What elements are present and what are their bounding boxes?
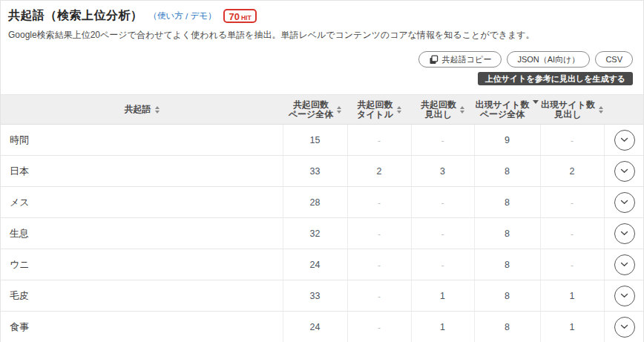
expand-row-button[interactable] bbox=[614, 317, 635, 338]
expand-row-button[interactable] bbox=[614, 192, 635, 213]
table-row: ウニ24--8- bbox=[1, 249, 644, 280]
expand-cell bbox=[604, 187, 644, 218]
expand-cell bbox=[604, 249, 644, 280]
copy-button-label: 共起語コピー bbox=[442, 54, 492, 65]
chevron-down-icon bbox=[620, 293, 628, 298]
table-row: 毛皮33-181 bbox=[1, 280, 644, 312]
column-header-label: 出現サイト数ページ全体 bbox=[476, 100, 530, 119]
table-row: 食事24-181 bbox=[1, 312, 644, 342]
column-header-expand bbox=[604, 95, 644, 125]
count-title: - bbox=[347, 280, 411, 312]
usage-link[interactable]: 使い方 bbox=[157, 10, 183, 22]
count-page-total: 33 bbox=[283, 156, 347, 187]
copy-icon bbox=[429, 55, 438, 65]
expand-row-button[interactable] bbox=[614, 286, 635, 306]
demo-link[interactable]: デモ bbox=[190, 10, 208, 22]
sites-heading: - bbox=[540, 249, 604, 280]
expand-cell bbox=[604, 218, 644, 249]
hit-count-unit: HIT bbox=[241, 12, 252, 24]
column-header-label: 出現サイト数見出し bbox=[541, 100, 595, 119]
expand-cell bbox=[604, 156, 644, 187]
count-title: - bbox=[347, 187, 411, 218]
column-header-word[interactable]: 共起語 bbox=[1, 95, 283, 125]
sort-both-icon bbox=[337, 106, 341, 114]
table-header: 共起語共起回数ページ全体共起回数タイトル共起回数見出し出現サイト数ページ全体出現… bbox=[1, 95, 644, 125]
generate-button-label: 上位サイトを参考に見出しを生成する bbox=[485, 73, 625, 85]
cooccurrence-table-wrap: 共起語共起回数ページ全体共起回数タイトル共起回数見出し出現サイト数ページ全体出現… bbox=[1, 94, 643, 342]
export-buttons-row: 共起語コピー JSON（AI向け） CSV bbox=[418, 51, 633, 68]
header-row: 共起語共起回数ページ全体共起回数タイトル共起回数見出し出現サイト数ページ全体出現… bbox=[1, 95, 644, 125]
page-title: 共起語（検索上位分析） bbox=[8, 8, 143, 24]
copy-cooccurrence-button[interactable]: 共起語コピー bbox=[418, 51, 502, 68]
count-page-total: 33 bbox=[283, 280, 347, 312]
panel-header: 共起語（検索上位分析） （使い方 / デモ） 70 HIT Google検索結果… bbox=[1, 1, 643, 85]
sort-both-icon bbox=[599, 106, 603, 114]
cooccurrence-word: 時間 bbox=[1, 125, 283, 156]
sort-both-icon bbox=[155, 106, 160, 114]
cooccurrence-word: 毛皮 bbox=[1, 280, 283, 312]
title-row: 共起語（検索上位分析） （使い方 / デモ） 70 HIT bbox=[8, 8, 634, 24]
sites-heading: - bbox=[540, 187, 604, 218]
cooccurrence-table: 共起語共起回数ページ全体共起回数タイトル共起回数見出し出現サイト数ページ全体出現… bbox=[1, 94, 644, 342]
toolbar: 共起語コピー JSON（AI向け） CSV 上位サイトを参考に見出しを生成する bbox=[8, 51, 634, 85]
cooccurrence-word: 生息 bbox=[1, 218, 283, 249]
table-row: 時間15--9- bbox=[1, 125, 644, 156]
json-export-button[interactable]: JSON（AI向け） bbox=[507, 51, 590, 68]
sort-both-icon bbox=[397, 106, 401, 114]
expand-cell bbox=[604, 312, 644, 342]
sites-page-total: 8 bbox=[474, 249, 540, 280]
table-row: メス28--8- bbox=[1, 187, 644, 218]
cooccurrence-word: ウニ bbox=[1, 249, 283, 280]
count-title: - bbox=[347, 218, 411, 249]
count-title: - bbox=[347, 312, 411, 342]
column-header-sites-heading[interactable]: 出現サイト数見出し bbox=[540, 95, 604, 125]
column-header-label: 共起回数タイトル bbox=[357, 100, 393, 119]
sort-both-icon bbox=[460, 106, 464, 114]
expand-row-button[interactable] bbox=[614, 161, 635, 182]
sort-desc-icon bbox=[533, 105, 539, 114]
json-button-label: JSON（AI向け） bbox=[517, 54, 579, 65]
cooccurrence-word: 日本 bbox=[1, 156, 283, 187]
hit-count-badge: 70 HIT bbox=[223, 9, 256, 23]
expand-row-button[interactable] bbox=[614, 130, 635, 151]
chevron-down-icon bbox=[620, 168, 628, 174]
paren-close: ） bbox=[208, 10, 217, 22]
chevron-down-icon bbox=[620, 200, 628, 205]
column-header-label: 共起語 bbox=[125, 105, 151, 114]
expand-row-button[interactable] bbox=[614, 223, 635, 244]
column-header-count-page[interactable]: 共起回数ページ全体 bbox=[283, 95, 347, 125]
sites-page-total: 8 bbox=[474, 187, 540, 218]
count-heading: 3 bbox=[411, 156, 474, 187]
link-separator: / bbox=[183, 12, 191, 21]
chevron-down-icon bbox=[620, 231, 628, 236]
table-body: 時間15--9-日本332382メス28--8-生息32--8-ウニ24--8-… bbox=[1, 125, 644, 342]
count-page-total: 15 bbox=[283, 125, 347, 156]
count-page-total: 24 bbox=[283, 249, 347, 280]
csv-export-button[interactable]: CSV bbox=[595, 51, 633, 68]
page-description: Google検索結果上位20ページで合わせてよく使われる単語を抽出。単語レベルで… bbox=[8, 29, 634, 42]
expand-cell bbox=[604, 125, 644, 156]
sites-heading: - bbox=[540, 218, 604, 249]
column-header-count-heading[interactable]: 共起回数見出し bbox=[411, 95, 474, 125]
column-header-sites-page[interactable]: 出現サイト数ページ全体 bbox=[474, 95, 540, 125]
sites-page-total: 9 bbox=[474, 125, 540, 156]
count-heading: 1 bbox=[411, 280, 474, 312]
column-header-label: 共起回数ページ全体 bbox=[289, 100, 334, 119]
chevron-down-icon bbox=[620, 324, 628, 329]
count-page-total: 32 bbox=[283, 218, 347, 249]
column-header-label: 共起回数見出し bbox=[421, 100, 456, 119]
table-row: 日本332382 bbox=[1, 156, 644, 187]
expand-row-button[interactable] bbox=[614, 254, 635, 275]
count-page-total: 24 bbox=[283, 312, 347, 342]
sites-heading: 1 bbox=[540, 312, 604, 342]
csv-button-label: CSV bbox=[605, 55, 622, 64]
count-heading: - bbox=[411, 218, 474, 249]
count-title: - bbox=[347, 249, 411, 280]
cooccurrence-word: 食事 bbox=[1, 312, 283, 342]
table-row: 生息32--8- bbox=[1, 218, 644, 249]
generate-headings-button[interactable]: 上位サイトを参考に見出しを生成する bbox=[478, 72, 633, 85]
count-heading: - bbox=[411, 249, 474, 280]
chevron-down-icon bbox=[620, 137, 628, 142]
column-header-count-title[interactable]: 共起回数タイトル bbox=[347, 95, 411, 125]
count-heading: - bbox=[411, 125, 474, 156]
